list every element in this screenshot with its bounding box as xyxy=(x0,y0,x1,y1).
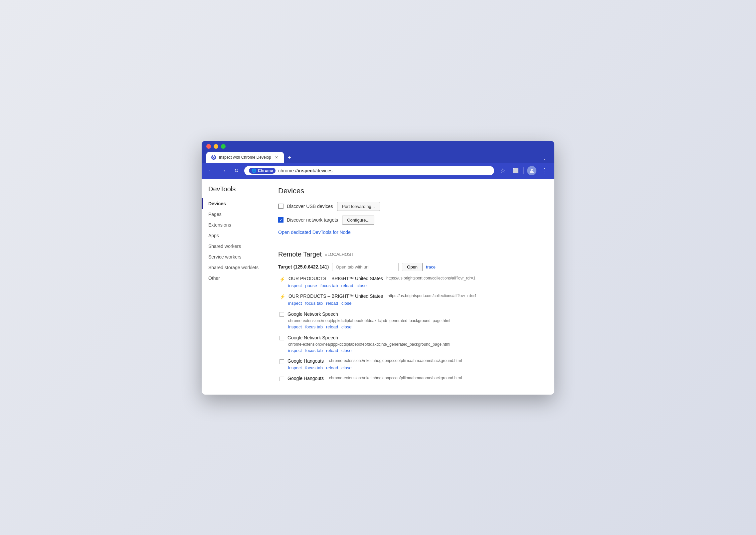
sidebar-item-extensions[interactable]: Extensions xyxy=(202,220,268,230)
sidebar-item-devices[interactable]: Devices xyxy=(202,198,268,209)
page-item-header: Google Network Speech xyxy=(280,311,544,317)
inspect-link[interactable]: inspect xyxy=(288,301,302,306)
page-checkbox[interactable] xyxy=(280,359,284,364)
maximize-window-button[interactable] xyxy=(221,144,226,149)
focus-tab-link[interactable]: focus tab xyxy=(305,301,323,306)
page-item-url-inline: chrome-extension://nkeimhogjdpnpccoofpli… xyxy=(329,376,462,380)
sidebar: DevTools Devices Pages Extensions Apps S… xyxy=(202,179,268,395)
close-link[interactable]: close xyxy=(341,324,351,329)
tab-close-icon[interactable]: ✕ xyxy=(274,155,279,160)
usb-option-label[interactable]: Discover USB devices xyxy=(278,204,333,209)
back-button[interactable]: ← xyxy=(206,166,216,175)
svg-point-2 xyxy=(213,155,214,156)
lightning-icon: ⚡ xyxy=(280,294,285,299)
menu-icon: ⋮ xyxy=(541,167,547,174)
remote-target-title: Remote Target xyxy=(278,251,322,258)
open-tab-button[interactable]: Open xyxy=(402,263,423,271)
inspect-link[interactable]: inspect xyxy=(288,324,302,329)
inspect-link[interactable]: inspect xyxy=(288,348,302,353)
page-item-actions: inspect pause focus tab reload close xyxy=(288,283,544,288)
reload-link[interactable]: reload xyxy=(326,365,338,370)
focus-tab-link[interactable]: focus tab xyxy=(305,348,323,353)
target-label: Target (125.0.6422.141) xyxy=(278,264,329,269)
close-link[interactable]: close xyxy=(341,348,351,353)
toolbar-divider xyxy=(523,167,524,174)
forward-button[interactable]: → xyxy=(219,166,228,175)
close-window-button[interactable] xyxy=(206,144,211,149)
localhost-badge: #LOCALHOST xyxy=(325,252,354,257)
page-item-url-inline: chrome-extension://nkeimhogjdpnpccoofpli… xyxy=(329,358,462,363)
list-item: Google Network Speech chrome-extension:/… xyxy=(278,335,544,353)
page-item-header: Google Hangouts chrome-extension://nkeim… xyxy=(280,358,544,364)
focus-tab-link[interactable]: focus tab xyxy=(320,283,338,288)
sidebar-item-apps[interactable]: Apps xyxy=(202,230,268,241)
chrome-badge: 🌐 Chrome xyxy=(249,168,276,174)
back-icon: ← xyxy=(208,168,214,174)
bookmark-button[interactable]: ☆ xyxy=(497,165,508,176)
address-text: chrome://inspect#devices xyxy=(278,168,489,173)
trace-link[interactable]: trace xyxy=(426,265,436,269)
list-item: Google Hangouts chrome-extension://nkeim… xyxy=(278,358,544,370)
star-icon: ☆ xyxy=(500,167,505,174)
url-path: inspect xyxy=(298,168,314,173)
page-item-url: chrome-extension://neajdppkdcdipfabeoofe… xyxy=(288,342,544,347)
reload-link[interactable]: reload xyxy=(326,301,338,306)
list-item: Google Hangouts chrome-extension://nkeim… xyxy=(278,376,544,381)
network-option-row: ✓ Discover network targets Configure... xyxy=(278,216,544,225)
port-forwarding-button[interactable]: Port forwarding... xyxy=(337,202,380,211)
sidebar-item-service-workers[interactable]: Service workers xyxy=(202,252,268,262)
forward-icon: → xyxy=(221,168,226,174)
globe-icon: 🌐 xyxy=(252,168,257,173)
minimize-window-button[interactable] xyxy=(214,144,218,149)
address-input[interactable]: 🌐 Chrome chrome://inspect#devices xyxy=(244,166,494,175)
section-divider xyxy=(278,245,544,245)
page-item-url-inline: https://us.brightsport.com/collections/a… xyxy=(388,293,477,298)
page-item-url-inline: https://us.brightsport.com/collections/a… xyxy=(386,276,475,280)
extensions-button[interactable]: ⬜ xyxy=(510,165,521,176)
svg-point-3 xyxy=(531,169,533,171)
pause-link[interactable]: pause xyxy=(305,283,317,288)
page-checkbox[interactable] xyxy=(280,336,284,340)
close-link[interactable]: close xyxy=(341,365,351,370)
sidebar-item-shared-workers[interactable]: Shared workers xyxy=(202,241,268,252)
devtools-node-link[interactable]: Open dedicated DevTools for Node xyxy=(278,230,351,235)
new-tab-button[interactable]: + xyxy=(284,153,295,163)
page-title: Devices xyxy=(278,187,544,195)
list-item: Google Network Speech chrome-extension:/… xyxy=(278,311,544,329)
menu-button[interactable]: ⋮ xyxy=(539,165,550,176)
lightning-icon: ⚡ xyxy=(280,276,285,282)
page-item-title: OUR PRODUCTS – BRIGHT™ United States xyxy=(288,293,383,299)
active-tab[interactable]: Inspect with Chrome Develop ✕ xyxy=(206,152,284,163)
close-link[interactable]: close xyxy=(341,301,351,306)
page-checkbox[interactable] xyxy=(280,312,284,317)
usb-checkbox[interactable] xyxy=(278,204,284,209)
open-tab-input[interactable] xyxy=(332,263,399,271)
page-item-actions: inspect focus tab reload close xyxy=(288,348,544,353)
sidebar-item-pages[interactable]: Pages xyxy=(202,209,268,220)
url-hash: #devices xyxy=(314,168,332,173)
address-bar: ← → ↻ 🌐 Chrome chrome://inspect#devices … xyxy=(202,163,554,179)
page-item-url: chrome-extension://neajdppkdcdipfabeoofe… xyxy=(288,318,544,323)
list-item: ⚡ OUR PRODUCTS – BRIGHT™ United States h… xyxy=(278,276,544,288)
focus-tab-link[interactable]: focus tab xyxy=(305,365,323,370)
reload-link[interactable]: reload xyxy=(326,324,338,329)
network-checkbox[interactable]: ✓ xyxy=(278,217,284,223)
sidebar-item-other[interactable]: Other xyxy=(202,273,268,283)
tabs-row: Inspect with Chrome Develop ✕ + ⌄ xyxy=(206,152,550,163)
title-bar: Inspect with Chrome Develop ✕ + ⌄ xyxy=(202,141,554,163)
configure-button[interactable]: Configure... xyxy=(342,216,374,225)
page-item-title: Google Hangouts xyxy=(287,376,324,381)
page-checkbox[interactable] xyxy=(280,377,284,381)
inspect-link[interactable]: inspect xyxy=(288,283,302,288)
page-item-actions: inspect focus tab reload close xyxy=(288,301,544,306)
reload-link[interactable]: reload xyxy=(341,283,353,288)
reload-link[interactable]: reload xyxy=(326,348,338,353)
profile-button[interactable] xyxy=(526,165,537,176)
inspect-link[interactable]: inspect xyxy=(288,365,302,370)
refresh-button[interactable]: ↻ xyxy=(232,166,241,175)
focus-tab-link[interactable]: focus tab xyxy=(305,324,323,329)
sidebar-item-shared-storage-worklets[interactable]: Shared storage worklets xyxy=(202,262,268,273)
close-link[interactable]: close xyxy=(357,283,367,288)
network-option-label[interactable]: ✓ Discover network targets xyxy=(278,217,338,223)
tab-dropdown-icon[interactable]: ⌄ xyxy=(540,154,550,163)
